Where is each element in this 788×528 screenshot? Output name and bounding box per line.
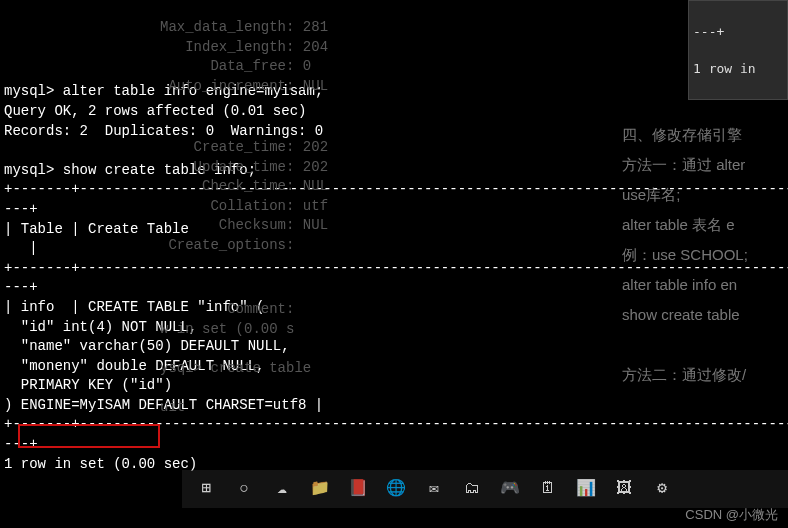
app-icon[interactable]: 📊 (572, 475, 600, 503)
note-line: alter table 表名 e (622, 210, 788, 240)
settings-icon[interactable]: ⚙ (648, 475, 676, 503)
mail-icon[interactable]: ✉ (420, 475, 448, 503)
start-icon[interactable]: ⊞ (192, 475, 220, 503)
ghost-block-2: Create_time: 202 Update_time: 202 Check_… (160, 138, 328, 256)
red-highlight-box (18, 424, 160, 448)
table-border-tail: ---+ (4, 279, 38, 295)
watermark-text: CSDN @小微光 (685, 506, 778, 524)
cortana-icon[interactable]: ○ (230, 475, 258, 503)
cmd1-result-2: Records: 2 Duplicates: 0 Warnings: 0 (4, 123, 323, 139)
note-line: alter table info en (622, 270, 788, 300)
prompt-1: mysql> (4, 83, 63, 99)
explorer-icon[interactable]: 📁 (306, 475, 334, 503)
browser-icon[interactable]: 🌐 (382, 475, 410, 503)
app-icon[interactable]: 🗂 (458, 475, 486, 503)
result-footer: 1 row in set (0.00 sec) (4, 456, 197, 472)
table-border-tail: ---+ (4, 201, 38, 217)
weather-icon[interactable]: ☁ (268, 475, 296, 503)
note-heading: 四、修改存储引擎 (622, 120, 788, 150)
engine-highlight: ENGINE=MyISAM (21, 397, 130, 413)
table-body-5: PRIMARY KEY ("id") (4, 377, 172, 393)
note-line: 方法二：通过修改/ (622, 360, 788, 390)
windows-taskbar[interactable]: ⊞ ○ ☁ 📁 📕 🌐 ✉ 🗂 🎮 🗓 📊 🖼 ⚙ (182, 470, 788, 508)
game-icon[interactable]: 🎮 (496, 475, 524, 503)
cmd1-result-1: Query OK, 2 rows affected (0.01 sec) (4, 103, 306, 119)
note-line: show create table (622, 300, 788, 330)
table-header-pad: | (4, 240, 38, 256)
note-line: use库名; (622, 180, 788, 210)
note-line: 方法一：通过 alter (622, 150, 788, 180)
ghost-block-1: Max_data_length: 281 Index_length: 204 D… (160, 18, 328, 96)
note-line: 例：use SCHOOL; (622, 240, 788, 270)
prompt-2: mysql> (4, 162, 63, 178)
app-icon[interactable]: 📕 (344, 475, 372, 503)
ghost-block-3: Comment: w in set (0.00 s ysql> create t… (160, 300, 311, 418)
table-body-6a: ) (4, 397, 21, 413)
notes-panel: 四、修改存储引擎 方法一：通过 alter use库名; alter table… (618, 0, 788, 528)
calendar-icon[interactable]: 🗓 (534, 475, 562, 503)
photos-icon[interactable]: 🖼 (610, 475, 638, 503)
